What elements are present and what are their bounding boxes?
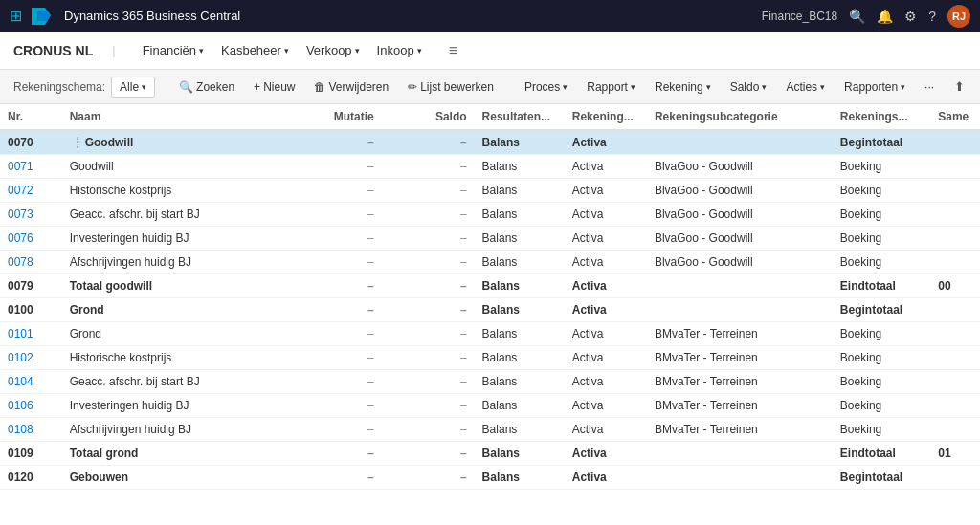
table-row[interactable]: 0106 Investeringen huidig BJ – – Balans … (0, 394, 980, 418)
filter-icon[interactable]: ▽ (975, 75, 980, 99)
nav-item-verkoop[interactable]: Verkoop ▾ (299, 39, 368, 61)
cell-nr: 0120 (0, 466, 62, 490)
cell-nr[interactable]: 0121 (0, 490, 62, 497)
table-row[interactable]: 0076 Investeringen huidig BJ – – Balans … (0, 227, 980, 251)
row-context-menu[interactable]: ⋮ (70, 136, 85, 149)
cell-nr[interactable]: 0106 (0, 394, 62, 418)
cell-saldo: – (382, 203, 475, 227)
table-row[interactable]: 0072 Historische kostprijs – – Balans Ac… (0, 179, 980, 203)
share-icon[interactable]: ⬆ (947, 75, 971, 99)
cell-rekenings: Begintotaal (833, 466, 930, 490)
zoeken-button[interactable]: 🔍 Zoeken (172, 77, 241, 97)
cell-rekenings: Boeking (833, 394, 930, 418)
table-row[interactable]: 0108 Afschrijvingen huidig BJ – – Balans… (0, 418, 980, 442)
proces-button[interactable]: Proces ▾ (518, 77, 574, 97)
cell-rekening: Activa (565, 346, 647, 370)
table-row[interactable]: 0109 Totaal grond – – Balans Activa Eind… (0, 442, 980, 466)
table-row[interactable]: 0070 ⋮Goodwill – – Balans Activa Beginto… (0, 130, 980, 155)
cell-naam: Totaal grond (62, 442, 289, 466)
rapport-button[interactable]: Rapport ▾ (580, 77, 642, 97)
avatar[interactable]: RJ (947, 5, 970, 28)
cell-nr[interactable]: 0108 (0, 418, 62, 442)
cell-subcategorie: BMvaTer - Terreinen (647, 322, 833, 346)
rapporten-button[interactable]: Rapporten ▾ (837, 77, 912, 97)
cell-same: 01 (930, 442, 980, 466)
hamburger-menu[interactable]: ≡ (449, 42, 457, 59)
cell-resultaten: Balans (475, 251, 565, 274)
lijst-bewerken-button[interactable]: ✏ Lijst bewerken (401, 77, 501, 97)
cell-mutatie: – (289, 370, 382, 394)
cell-resultaten: Balans (475, 130, 565, 155)
nav-item-inkoop[interactable]: Inkoop ▾ (369, 39, 430, 61)
cell-naam: Historische kostprijs (62, 346, 289, 370)
cell-saldo: – (382, 155, 475, 179)
grid-icon[interactable]: ⊞ (10, 7, 22, 25)
table-row[interactable]: 0120 Gebouwen – – Balans Activa Begintot… (0, 466, 980, 490)
cell-resultaten: Balans (475, 490, 565, 497)
settings-icon[interactable]: ⚙ (904, 9, 917, 24)
more-button[interactable]: ··· (918, 77, 941, 97)
cell-mutatie: – (289, 394, 382, 418)
table-row[interactable]: 0101 Grond – – Balans Activa BMvaTer - T… (0, 322, 980, 346)
cell-same (930, 179, 980, 203)
table-row[interactable]: 0104 Geacc. afschr. bij start BJ – – Bal… (0, 370, 980, 394)
cell-saldo: – (382, 274, 475, 298)
cell-saldo: – (382, 466, 475, 490)
cell-nr[interactable]: 0076 (0, 227, 62, 251)
cell-rekenings: Eindtotaal (833, 274, 930, 298)
nav-item-financien[interactable]: Financiën ▾ (135, 39, 212, 61)
table-row[interactable]: 0100 Grond – – Balans Activa Begintotaal (0, 298, 980, 322)
cell-nr[interactable]: 0078 (0, 251, 62, 274)
saldo-button[interactable]: Saldo ▾ (724, 77, 774, 97)
table-row[interactable]: 0078 Afschrijvingen huidig BJ – – Balans… (0, 251, 980, 274)
help-icon[interactable]: ? (928, 9, 936, 24)
table-row[interactable]: 0071 Goodwill – – Balans Activa BlvaGoo … (0, 155, 980, 179)
cell-mutatie: – (289, 466, 382, 490)
cell-rekenings: Begintotaal (833, 130, 930, 155)
col-resultaten: Resultaten... (475, 104, 565, 130)
cell-nr[interactable]: 0104 (0, 370, 62, 394)
cell-rekening: Activa (565, 466, 647, 490)
cell-nr[interactable]: 0072 (0, 179, 62, 203)
table-row[interactable]: 0079 Totaal goodwill – – Balans Activa E… (0, 274, 980, 298)
cell-nr[interactable]: 0101 (0, 322, 62, 346)
cell-naam: Geacc. afschr. bij start BJ (62, 370, 289, 394)
table-row[interactable]: 0073 Geacc. afschr. bij start BJ – – Bal… (0, 203, 980, 227)
cell-saldo: – (382, 179, 475, 203)
table-row[interactable]: 0102 Historische kostprijs – – Balans Ac… (0, 346, 980, 370)
main-nav: Financiën ▾ Kasbeheer ▾ Verkoop ▾ Inkoop… (135, 39, 430, 61)
cell-rekenings: Boeking (833, 251, 930, 274)
cell-subcategorie: BMvaTer - Terreinen (647, 418, 833, 442)
bell-icon[interactable]: 🔔 (877, 9, 893, 24)
company-name: CRONUS NL (13, 43, 93, 58)
cell-resultaten: Balans (475, 179, 565, 203)
search-icon[interactable]: 🔍 (849, 9, 865, 24)
col-nr: Nr. (0, 104, 62, 130)
nav-item-kasbeheer[interactable]: Kasbeheer ▾ (213, 39, 297, 61)
cell-nr[interactable]: 0073 (0, 203, 62, 227)
cell-nr[interactable]: 0071 (0, 155, 62, 179)
verwijderen-button[interactable]: 🗑 Verwijderen (307, 77, 395, 97)
chevron-down-icon: ▾ (762, 82, 767, 92)
nieuw-button[interactable]: + Nieuw (247, 77, 301, 97)
filter-dropdown[interactable]: Alle ▾ (111, 77, 155, 98)
cell-rekening: Activa (565, 130, 647, 155)
cell-saldo: – (382, 418, 475, 442)
cell-naam: Investeringen huidig BJ (62, 394, 289, 418)
cell-rekening: Activa (565, 442, 647, 466)
app-logo: ⊞ (10, 6, 55, 27)
table-row[interactable]: 0121 Gebouwen 25.000,00 25.000,00 Balans… (0, 490, 980, 497)
cell-nr[interactable]: 0102 (0, 346, 62, 370)
accounts-table: Nr. Naam Mutatie Saldo Resultaten... Rek… (0, 104, 980, 496)
table-container[interactable]: Nr. Naam Mutatie Saldo Resultaten... Rek… (0, 104, 980, 496)
cell-mutatie: – (289, 251, 382, 274)
acties-button[interactable]: Acties ▾ (779, 77, 832, 97)
cell-subcategorie: BMvaTer - Terreinen (647, 394, 833, 418)
cell-resultaten: Balans (475, 274, 565, 298)
cell-mutatie: – (289, 298, 382, 322)
rekening-button[interactable]: Rekening ▾ (648, 77, 718, 97)
chevron-down-icon: ▾ (901, 82, 905, 92)
cell-resultaten: Balans (475, 346, 565, 370)
app-title: Dynamics 365 Business Central (64, 9, 752, 23)
cell-mutatie: – (289, 179, 382, 203)
